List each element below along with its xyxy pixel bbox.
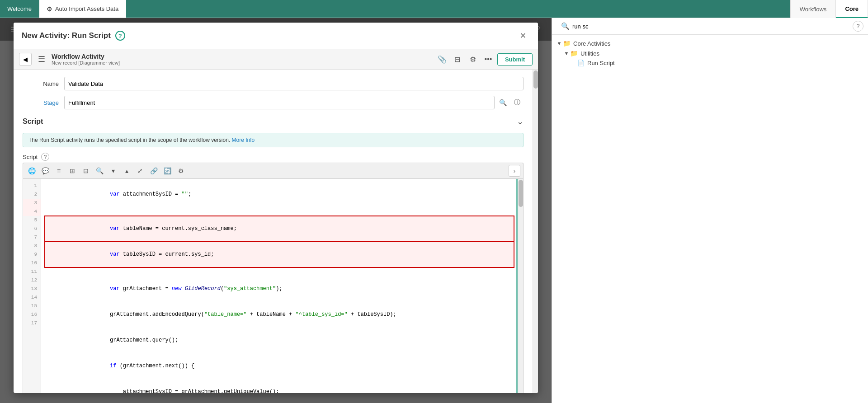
code-line-4: var tableSysID = current.sys_id; xyxy=(45,242,514,267)
dialog-help-button[interactable]: ? xyxy=(115,31,125,41)
line-num-1: 1 xyxy=(23,182,41,190)
tab-core[interactable]: Core xyxy=(836,0,868,18)
script-tool-down-icon[interactable]: ▾ xyxy=(107,165,119,177)
script-label-row: Script ? xyxy=(23,153,524,161)
script-tool-link-icon[interactable]: 🔗 xyxy=(148,165,160,177)
code-line-1: var attachmentSysID = ""; xyxy=(45,182,514,207)
folder-icon-core: 📁 xyxy=(563,40,571,47)
tree-area: ▼ 📁 Core Activities ▼ 📁 Utilities 📄 Run … xyxy=(552,35,868,403)
tree-label-utilities: Utilities xyxy=(580,50,599,57)
code-line-5 xyxy=(45,267,514,276)
dialog-title: New Activity: Run Script xyxy=(22,31,111,40)
code-line-2 xyxy=(45,207,514,216)
form-body: Name Stage 🔍 ⓘ xyxy=(14,70,538,393)
tree-node-core-activities[interactable]: ▼ 📁 Core Activities xyxy=(552,38,868,48)
script-label: Script xyxy=(23,154,38,160)
tab-welcome[interactable]: Welcome xyxy=(0,0,39,18)
code-line-10: attachmentSysID = grAttachment.getUnique… xyxy=(45,379,514,393)
script-tool-list-icon[interactable]: ≡ xyxy=(53,165,65,177)
dialog-overlay: New Activity: Run Script ? × ◀ ☰ Workflo… xyxy=(0,18,552,403)
tab-auto-import[interactable]: ⚙ Auto Import Assets Data xyxy=(39,0,126,18)
script-tool-table-icon[interactable]: ⊟ xyxy=(80,165,92,177)
script-tool-up-icon[interactable]: ▴ xyxy=(121,165,132,177)
template-icon[interactable]: ⊟ xyxy=(451,53,464,66)
new-activity-dialog: New Activity: Run Script ? × ◀ ☰ Workflo… xyxy=(14,23,538,393)
main-layout: ☰ Auto Import Assets Data - Checked out … xyxy=(0,18,868,403)
stage-label[interactable]: Stage xyxy=(23,99,59,106)
right-panel-help-button[interactable]: ? xyxy=(853,21,863,32)
line-num-5: 5 xyxy=(23,216,41,225)
content-area: ☰ Auto Import Assets Data - Checked out … xyxy=(0,18,552,403)
tree-label-core-activities: Core Activities xyxy=(573,40,610,47)
script-section-title: Script xyxy=(23,117,43,126)
search-input[interactable] xyxy=(572,23,848,30)
code-editor-scrollbar[interactable] xyxy=(518,178,524,393)
back-arrow-icon: ◀ xyxy=(23,56,28,63)
folder-icon-utilities: 📁 xyxy=(570,50,578,57)
stage-info-icon[interactable]: ⓘ xyxy=(511,96,524,109)
more-info-link[interactable]: More Info xyxy=(232,137,255,143)
line-num-16: 16 xyxy=(23,310,41,319)
dialog-header: New Activity: Run Script ? × xyxy=(14,23,538,49)
script-tool-settings2-icon[interactable]: ⚙ xyxy=(175,165,187,177)
form-toolbar: ◀ ☰ Workflow Activity New record [Diagra… xyxy=(14,49,538,70)
script-tool-expand-icon[interactable]: ⤢ xyxy=(134,165,146,177)
tree-label-run-script: Run Script xyxy=(587,60,615,66)
tree-arrow-utilities: ▼ xyxy=(563,51,570,56)
line-num-3: 3 xyxy=(23,199,41,207)
script-section-header[interactable]: Script ⌄ xyxy=(23,115,524,128)
code-editor[interactable]: 1 2 3 4 5 6 7 8 9 10 xyxy=(23,178,518,393)
script-tool-comment-icon[interactable]: 💬 xyxy=(39,165,51,177)
form-sub-title: New record [Diagrammer view] xyxy=(52,60,432,66)
tree-arrow-core: ▼ xyxy=(556,41,563,46)
code-line-numbers: 1 2 3 4 5 6 7 8 9 10 xyxy=(23,179,41,393)
line-num-7: 7 xyxy=(23,233,41,242)
auto-import-tab-label: Auto Import Assets Data xyxy=(55,5,118,12)
line-num-12: 12 xyxy=(23,276,41,285)
code-editor-wrapper: 1 2 3 4 5 6 7 8 9 10 xyxy=(23,178,524,393)
line-num-9: 9 xyxy=(23,250,41,259)
right-panel: 🔍 ? ▼ 📁 Core Activities ▼ 📁 Utilities xyxy=(552,18,868,403)
code-scroll-thumb[interactable] xyxy=(519,180,523,207)
code-line-7: grAttachment.addEncodedQuery("table_name… xyxy=(45,302,514,328)
code-line-3: var tableName = current.sys_class_name; xyxy=(45,216,514,242)
script-tool-search-icon[interactable]: 🔍 xyxy=(94,165,105,177)
tab-workflows[interactable]: Workflows xyxy=(791,0,836,18)
name-field-row: Name xyxy=(23,77,524,90)
back-button[interactable]: ◀ xyxy=(19,53,32,66)
right-panel-search: 🔍 xyxy=(557,22,853,30)
name-input[interactable] xyxy=(64,77,524,90)
script-tool-refresh-icon[interactable]: 🔄 xyxy=(161,165,173,177)
top-tab-bar: Welcome ⚙ Auto Import Assets Data Workfl… xyxy=(0,0,868,18)
file-icon-run-script: 📄 xyxy=(577,60,585,66)
tree-node-run-script[interactable]: 📄 Run Script xyxy=(552,58,868,68)
form-scrollbar[interactable] xyxy=(533,70,538,393)
line-num-4: 4 xyxy=(23,207,41,216)
line-num-6: 6 xyxy=(23,225,41,233)
form-main-title: Workflow Activity xyxy=(52,53,432,60)
script-help-icon[interactable]: ? xyxy=(41,153,49,161)
line-num-14: 14 xyxy=(23,293,41,302)
code-line-9: if (grAttachment.next()) { xyxy=(45,353,514,379)
line-num-13: 13 xyxy=(23,285,41,293)
line-num-17: 17 xyxy=(23,319,41,328)
dialog-close-button[interactable]: × xyxy=(516,29,530,42)
tree-node-utilities[interactable]: ▼ 📁 Utilities xyxy=(552,48,868,58)
line-num-11: 11 xyxy=(23,267,41,276)
code-line-6: var grAttachment = new GlideRecord("sys_… xyxy=(45,276,514,302)
script-tool-globe-icon[interactable]: 🌐 xyxy=(26,165,38,177)
code-content: var attachmentSysID = ""; var tableName … xyxy=(41,179,518,393)
code-line-8: grAttachment.query(); xyxy=(45,328,514,353)
more-options-icon[interactable]: ••• xyxy=(482,53,495,66)
settings-icon[interactable]: ⚙ xyxy=(467,53,479,66)
form-scroll-thumb[interactable] xyxy=(533,70,538,89)
hamburger-icon[interactable]: ☰ xyxy=(35,53,48,66)
script-tool-grid-icon[interactable]: ⊞ xyxy=(66,165,78,177)
attachment-icon[interactable]: 📎 xyxy=(436,53,448,66)
tab-auto-import-icon: ⚙ xyxy=(47,5,52,13)
line-num-8: 8 xyxy=(23,242,41,250)
stage-input[interactable] xyxy=(64,96,495,109)
stage-search-icon[interactable]: 🔍 xyxy=(496,96,509,109)
script-expand-button[interactable]: › xyxy=(509,165,520,177)
submit-button[interactable]: Submit xyxy=(497,53,533,66)
